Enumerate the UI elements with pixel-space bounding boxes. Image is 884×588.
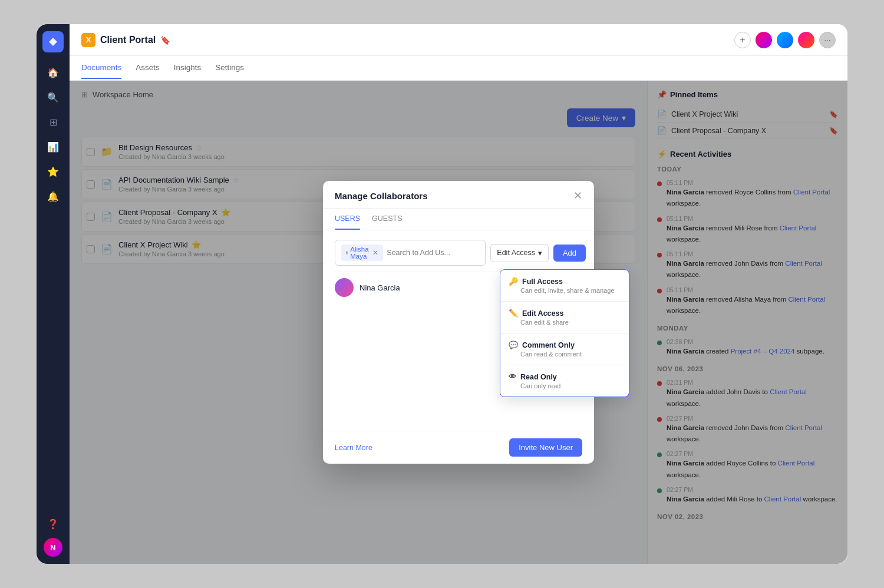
- learn-more-link[interactable]: Learn More: [335, 444, 372, 452]
- sidebar-item-star[interactable]: ⭐: [42, 161, 64, 182]
- bookmark-icon: 🔖: [160, 35, 170, 45]
- dropdown-option-read-only[interactable]: 👁 Read Only Can only read: [500, 365, 629, 397]
- modal-body: Alisha Maya ✕ Edit Access ▾ Add: [323, 230, 594, 431]
- member-avatar-2[interactable]: [777, 32, 793, 48]
- modal-header: Manage Collaborators ✕: [323, 181, 594, 209]
- access-dropdown-menu: 🔑 Full Access Can edit, invite, share & …: [500, 269, 629, 397]
- user-tag: Alisha Maya ✕: [341, 245, 383, 261]
- sidebar-item-search[interactable]: 🔍: [42, 87, 64, 108]
- sidebar-user-avatar[interactable]: N: [44, 538, 62, 557]
- key-icon: 🔑: [509, 277, 518, 286]
- collaborator-avatar: [335, 278, 354, 297]
- sidebar-item-help[interactable]: ❓: [42, 513, 64, 534]
- edit-icon: ✏️: [509, 309, 518, 318]
- manage-collaborators-modal: Manage Collaborators ✕ USERS GUESTS: [323, 181, 594, 464]
- sidebar-logo[interactable]: [42, 31, 64, 52]
- modal-title: Manage Collaborators: [335, 191, 428, 201]
- modal-footer: Learn More Invite New User: [323, 431, 594, 464]
- access-label: Edit Access: [497, 249, 535, 257]
- search-area[interactable]: Alisha Maya ✕: [335, 240, 486, 266]
- comment-icon: 💬: [509, 341, 518, 349]
- edit-access-label: Edit Access: [522, 309, 563, 318]
- add-button[interactable]: Add: [553, 245, 586, 262]
- topbar-logo: X: [81, 33, 95, 47]
- dropdown-option-full-access[interactable]: 🔑 Full Access Can edit, invite, share & …: [500, 270, 629, 302]
- add-member-button[interactable]: +: [734, 32, 751, 48]
- topbar-right: + ···: [734, 32, 836, 48]
- nav-tabs: Documents Assets Insights Settings: [70, 56, 847, 81]
- dropdown-option-comment-only[interactable]: 💬 Comment Only Can read & comment: [500, 333, 629, 365]
- tab-insights[interactable]: Insights: [174, 57, 202, 79]
- sidebar-item-docs[interactable]: ⊞: [42, 111, 64, 133]
- search-input[interactable]: [387, 249, 479, 257]
- comment-only-label: Comment Only: [522, 341, 575, 349]
- page-title: Client Portal: [100, 35, 156, 45]
- tab-settings[interactable]: Settings: [215, 57, 244, 79]
- dropdown-option-edit-access[interactable]: ✏️ Edit Access Can edit & share: [500, 302, 629, 333]
- sidebar-item-bell[interactable]: 🔔: [42, 186, 64, 207]
- member-avatar-4[interactable]: ···: [819, 32, 836, 48]
- full-access-desc: Can edit, invite, share & manage: [509, 287, 621, 294]
- invite-new-user-button[interactable]: Invite New User: [509, 438, 582, 457]
- user-tag-remove[interactable]: ✕: [372, 249, 378, 257]
- topbar: X Client Portal 🔖 + ···: [70, 24, 847, 56]
- edit-access-desc: Can edit & share: [509, 319, 621, 326]
- tab-documents[interactable]: Documents: [81, 57, 121, 79]
- comment-only-desc: Can read & comment: [509, 351, 621, 358]
- tab-guests[interactable]: GUESTS: [372, 209, 402, 230]
- member-avatar-1[interactable]: [756, 32, 772, 48]
- modal-close-button[interactable]: ✕: [573, 190, 582, 201]
- main-area: X Client Portal 🔖 + ··· Documents Assets…: [70, 24, 847, 564]
- sidebar-item-chart[interactable]: 📊: [42, 136, 64, 157]
- modal-overlay: Manage Collaborators ✕ USERS GUESTS: [70, 81, 847, 564]
- member-avatar-3[interactable]: [798, 32, 814, 48]
- tab-users[interactable]: USERS: [335, 209, 360, 230]
- collaborator-input-row: Alisha Maya ✕ Edit Access ▾ Add: [335, 240, 582, 266]
- sidebar-bottom: ❓ N: [42, 513, 64, 557]
- user-tag-dot: [346, 251, 348, 255]
- read-only-desc: Can only read: [509, 382, 621, 389]
- user-tag-name: Alisha Maya: [350, 246, 370, 260]
- modal-tabs: USERS GUESTS: [323, 209, 594, 230]
- sidebar-item-home[interactable]: 🏠: [42, 62, 64, 83]
- eye-icon: 👁: [509, 372, 516, 381]
- chevron-down-icon: ▾: [538, 249, 542, 257]
- topbar-title-area: X Client Portal 🔖: [81, 33, 170, 47]
- access-dropdown[interactable]: Edit Access ▾: [490, 244, 549, 262]
- full-access-label: Full Access: [522, 278, 563, 286]
- read-only-label: Read Only: [520, 373, 557, 381]
- content-area: ⊞ Workspace Home Create New ▾ 📁: [70, 81, 847, 564]
- sidebar: 🏠 🔍 ⊞ 📊 ⭐ 🔔 ❓ N: [37, 24, 70, 564]
- tab-assets[interactable]: Assets: [136, 57, 160, 79]
